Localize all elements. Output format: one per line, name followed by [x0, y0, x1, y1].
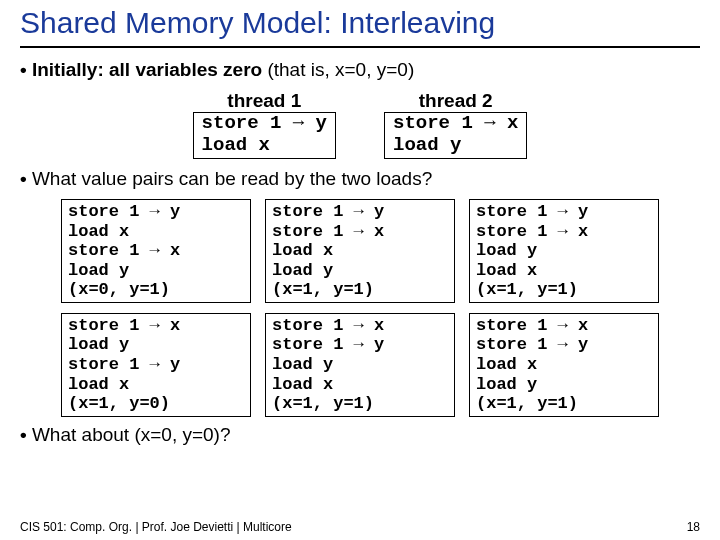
footer-page-number: 18 — [687, 520, 700, 534]
thread-2-header: thread 2 — [384, 90, 527, 112]
footer: CIS 501: Comp. Org. | Prof. Joe Devietti… — [20, 520, 700, 534]
thread-1-code: store 1 → y load x — [193, 112, 336, 160]
interleaving-cell: store 1 → y load x store 1 → x load y (x… — [61, 199, 251, 303]
footer-left: CIS 501: Comp. Org. | Prof. Joe Devietti… — [20, 520, 292, 534]
interleavings-grid: store 1 → y load x store 1 → x load y (x… — [20, 199, 700, 416]
slide-title: Shared Memory Model: Interleaving — [20, 6, 700, 42]
thread-2: thread 2 store 1 → x load y — [384, 90, 527, 160]
slide: Shared Memory Model: Interleaving Initia… — [0, 0, 720, 446]
thread-1: thread 1 store 1 → y load x — [193, 90, 336, 160]
interleaving-cell: store 1 → y store 1 → x load x load y (x… — [265, 199, 455, 303]
thread-1-header: thread 1 — [193, 90, 336, 112]
interleaving-cell: store 1 → y store 1 → x load y load x (x… — [469, 199, 659, 303]
bullet-followup: What about (x=0, y=0)? — [20, 423, 700, 447]
thread-2-code: store 1 → x load y — [384, 112, 527, 160]
bullet-initial: Initially: all variables zero (that is, … — [20, 58, 700, 82]
interleaving-cell: store 1 → x store 1 → y load y load x (x… — [265, 313, 455, 417]
threads-row: thread 1 store 1 → y load x thread 2 sto… — [20, 90, 700, 160]
bullet-initial-rest: (that is, x=0, y=0) — [262, 59, 414, 80]
interleaving-cell: store 1 → x store 1 → y load x load y (x… — [469, 313, 659, 417]
interleaving-cell: store 1 → x load y store 1 → y load x (x… — [61, 313, 251, 417]
bullet-initial-bold: Initially: all variables zero — [32, 59, 262, 80]
bullet-question: What value pairs can be read by the two … — [20, 167, 700, 191]
title-underline — [20, 46, 700, 48]
